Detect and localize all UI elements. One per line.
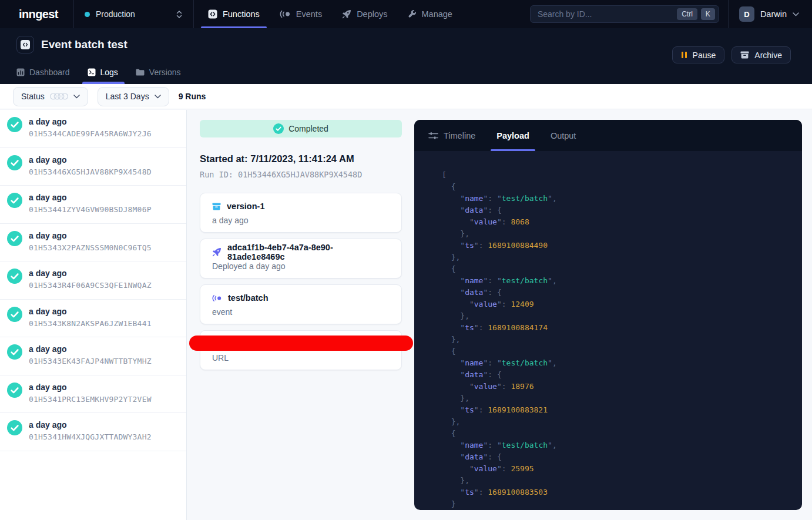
- environment-label: Production: [96, 9, 170, 19]
- run-id-value: 01H53446XG5HJAV88KP9X4548D: [238, 170, 362, 179]
- run-id: 01H5343K8N2AKSPA6JZW1EB441: [29, 319, 152, 328]
- function-tab[interactable]: Dashboard: [16, 68, 70, 84]
- user-menu[interactable]: D Darwin: [729, 6, 812, 22]
- run-id: 01H5341HW4XJQGJXTTADWY3AH2: [29, 432, 152, 441]
- card-subtitle: Deployed a day ago: [212, 261, 390, 271]
- function-tab[interactable]: Logs: [88, 68, 118, 84]
- run-list-item[interactable]: a day ago 01H53441ZYV4GVW90BSDJ8M06P: [0, 186, 186, 224]
- run-count: 9 Runs: [179, 92, 206, 101]
- card-subtitle: a day ago: [212, 216, 390, 225]
- check-circle-icon: [7, 193, 22, 208]
- function-tab-label: Versions: [149, 68, 181, 77]
- avatar: D: [739, 6, 754, 22]
- inngest-app: inngest Production Functions Events Depl…: [0, 0, 812, 520]
- nav-tab-label: Deploys: [357, 9, 387, 19]
- pause-button[interactable]: Pause: [672, 46, 725, 63]
- run-list-item[interactable]: a day ago 01H5343R4F06A9CS3QFE1NWQAZ: [0, 261, 186, 300]
- check-circle-icon: [7, 344, 22, 360]
- event-icon: [212, 294, 222, 302]
- payload-panel: Timeline Payload Output [ { "name": "tes…: [414, 120, 802, 510]
- check-circle-icon: [7, 155, 22, 170]
- run-list-item[interactable]: a day ago 01H5341HW4XJQGJXTTADWY3AH2: [0, 413, 186, 451]
- runs-list: a day ago 01H5344CADE99FA45RA6WJY2J6 a d…: [0, 110, 187, 520]
- chevron-down-icon: [155, 95, 161, 99]
- header-actions: Pause Archive: [672, 46, 791, 63]
- run-id-label: Run ID:: [200, 170, 233, 179]
- panel-tab[interactable]: Output: [545, 120, 582, 151]
- run-id: 01H5344CADE99FA45RA6WJY2J6: [29, 129, 152, 138]
- detail-card[interactable]: adca1f1b-4eb7-4a7a-8e90-81ade1e8469c Dep…: [200, 239, 402, 279]
- run-time: a day ago: [29, 155, 152, 165]
- nav-tab-label: Events: [296, 9, 322, 19]
- run-time: a day ago: [29, 420, 152, 430]
- function-icon: [16, 36, 34, 53]
- status-filter-dropdown[interactable]: Status: [13, 87, 88, 106]
- panel-tab-label: Timeline: [444, 131, 475, 140]
- payload-panel-tabs: Timeline Payload Output: [414, 120, 802, 151]
- environment-selector[interactable]: Production: [74, 0, 193, 28]
- top-nav: inngest Production Functions Events Depl…: [0, 0, 812, 28]
- run-id-line: Run ID: 01H53446XG5HJAV88KP9X4548D: [200, 170, 402, 179]
- function-title-row: Event batch test: [16, 36, 127, 53]
- card-subtitle: URL: [212, 353, 390, 363]
- events-icon: [280, 10, 291, 18]
- deploys-icon: [342, 9, 351, 19]
- rocket-icon: [212, 247, 222, 257]
- chevron-down-icon: [73, 95, 80, 99]
- panel-tab[interactable]: Timeline: [422, 120, 481, 151]
- started-at: Started at: 7/11/2023, 11:41:24 AM: [200, 153, 402, 165]
- run-list-item[interactable]: a day ago 01H5343EK43FAJP4NWTTBTYMHZ: [0, 337, 186, 375]
- panel-tab-label: Payload: [496, 131, 529, 140]
- page-title: Event batch test: [41, 38, 127, 51]
- detail-card[interactable]: version-1 a day ago: [200, 193, 402, 233]
- nav-tab-label: Manage: [422, 9, 452, 19]
- run-list-item[interactable]: a day ago 01H5343K8N2AKSPA6JZW1EB441: [0, 300, 186, 338]
- pause-icon: [681, 51, 687, 59]
- filter-bar: Status Last 3 Days 9 Runs: [0, 84, 812, 109]
- panel-tab[interactable]: Payload: [491, 120, 535, 151]
- nav-tab[interactable]: Events: [273, 0, 329, 28]
- run-list-item[interactable]: a day ago 01H53446XG5HJAV88KP9X4548D: [0, 148, 186, 186]
- timeline-icon: [428, 132, 438, 140]
- detail-card[interactable]: test/batch event: [200, 284, 402, 324]
- nav-right: Ctrl K D Darwin: [530, 0, 812, 28]
- check-circle-icon: [273, 123, 284, 134]
- archive-button[interactable]: Archive: [732, 46, 791, 63]
- run-id: 01H53441ZYV4GVW90BSDJ8M06P: [29, 205, 152, 214]
- archive-box-icon: [740, 51, 749, 59]
- run-time: a day ago: [29, 307, 152, 316]
- nav-left: inngest Production Functions Events Depl…: [0, 0, 459, 28]
- manage-icon: [408, 10, 417, 19]
- run-list-item[interactable]: a day ago 01H5343X2PAZNSSSM0N0C96TQ5: [0, 224, 186, 262]
- user-name: Darwin: [760, 9, 787, 19]
- run-list-item[interactable]: a day ago 01H5341PRC13EMKHV9P2YT2VEW: [0, 375, 186, 414]
- run-id: 01H5343EK43FAJP4NWTTBTYMHZ: [29, 357, 152, 365]
- run-time: a day ago: [29, 193, 152, 202]
- nav-tab[interactable]: Functions: [201, 0, 267, 28]
- search-box[interactable]: Ctrl K: [530, 5, 719, 23]
- function-tab-label: Logs: [100, 68, 118, 77]
- run-id: 01H5341PRC13EMKHV9P2YT2VEW: [29, 395, 152, 404]
- ctrl-key-badge: Ctrl: [677, 8, 697, 20]
- check-circle-icon: [7, 420, 22, 435]
- logs-icon: [88, 68, 96, 76]
- run-time: a day ago: [29, 231, 152, 240]
- run-time: a day ago: [29, 344, 152, 354]
- nav-tab[interactable]: Manage: [401, 0, 459, 28]
- versions-icon: [136, 69, 145, 76]
- nav-tabs: Functions Events Deploys Manage: [201, 0, 459, 28]
- nav-tab-label: Functions: [223, 9, 260, 19]
- time-range-dropdown[interactable]: Last 3 Days: [98, 87, 169, 106]
- function-tab-label: Dashboard: [29, 68, 70, 77]
- run-id: 01H53446XG5HJAV88KP9X4548D: [29, 167, 152, 176]
- divider: [193, 0, 194, 28]
- function-tabs: Dashboard Logs Versions: [16, 68, 181, 84]
- payload-json: [ { "name": "test/batch", "data": { "val…: [414, 151, 802, 510]
- search-input[interactable]: [538, 9, 673, 19]
- run-list-item[interactable]: a day ago 01H5344CADE99FA45RA6WJY2J6: [0, 110, 186, 148]
- nav-tab[interactable]: Deploys: [335, 0, 394, 28]
- check-circle-icon: [7, 117, 22, 132]
- inngest-logo[interactable]: inngest: [0, 8, 73, 21]
- function-tab[interactable]: Versions: [136, 68, 181, 84]
- chevron-down-icon: [793, 12, 799, 16]
